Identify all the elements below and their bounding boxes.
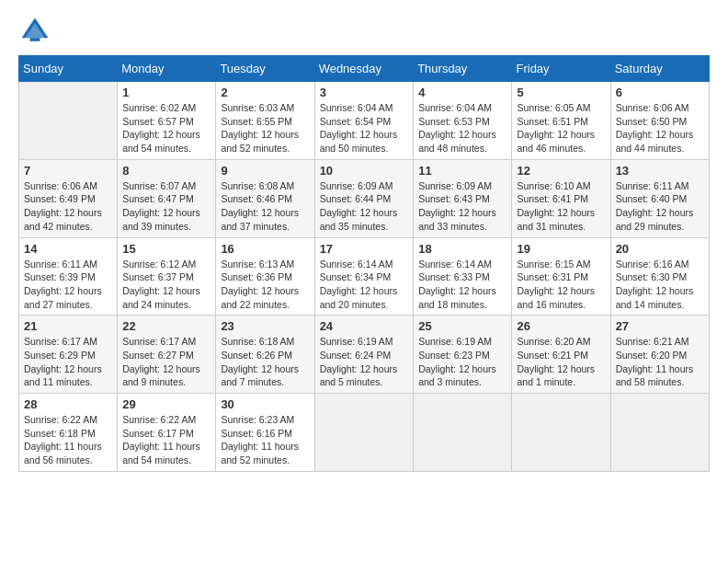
calendar-cell: 11Sunrise: 6:09 AMSunset: 6:43 PMDayligh… [414, 159, 512, 237]
calendar-cell: 19Sunrise: 6:15 AMSunset: 6:31 PMDayligh… [512, 237, 610, 316]
calendar-week-row: 21Sunrise: 6:17 AMSunset: 6:29 PMDayligh… [19, 316, 710, 394]
day-info: Sunrise: 6:19 AMSunset: 6:24 PMDaylight:… [320, 335, 409, 389]
calendar-cell [512, 394, 610, 472]
day-of-week-header: Tuesday [216, 56, 314, 82]
day-number: 2 [221, 86, 309, 99]
calendar-cell: 12Sunrise: 6:10 AMSunset: 6:41 PMDayligh… [512, 159, 610, 237]
day-info: Sunrise: 6:14 AMSunset: 6:33 PMDaylight:… [418, 258, 506, 312]
calendar-cell: 27Sunrise: 6:21 AMSunset: 6:20 PMDayligh… [610, 316, 709, 394]
day-info: Sunrise: 6:11 AMSunset: 6:40 PMDaylight:… [616, 179, 704, 234]
calendar-cell: 17Sunrise: 6:14 AMSunset: 6:34 PMDayligh… [314, 237, 414, 316]
day-number: 4 [418, 86, 506, 99]
calendar-cell: 20Sunrise: 6:16 AMSunset: 6:30 PMDayligh… [610, 237, 709, 316]
day-number: 6 [616, 86, 704, 99]
calendar-week-row: 14Sunrise: 6:11 AMSunset: 6:39 PMDayligh… [19, 237, 710, 316]
day-info: Sunrise: 6:09 AMSunset: 6:44 PMDaylight:… [320, 179, 409, 234]
day-info: Sunrise: 6:02 AMSunset: 6:57 PMDaylight:… [122, 101, 210, 155]
day-info: Sunrise: 6:23 AMSunset: 6:16 PMDaylight:… [221, 413, 309, 467]
day-number: 20 [616, 242, 704, 256]
calendar-cell: 10Sunrise: 6:09 AMSunset: 6:44 PMDayligh… [314, 159, 414, 237]
day-number: 28 [24, 397, 112, 411]
day-number: 24 [320, 319, 409, 333]
day-info: Sunrise: 6:15 AMSunset: 6:31 PMDaylight:… [517, 258, 605, 312]
calendar-cell: 18Sunrise: 6:14 AMSunset: 6:33 PMDayligh… [414, 237, 512, 316]
calendar-cell: 7Sunrise: 6:06 AMSunset: 6:49 PMDaylight… [19, 159, 118, 237]
day-info: Sunrise: 6:11 AMSunset: 6:39 PMDaylight:… [24, 258, 112, 312]
calendar-cell: 2Sunrise: 6:03 AMSunset: 6:55 PMDaylight… [216, 82, 314, 160]
day-info: Sunrise: 6:19 AMSunset: 6:23 PMDaylight:… [418, 335, 506, 389]
calendar-cell: 24Sunrise: 6:19 AMSunset: 6:24 PMDayligh… [314, 316, 414, 394]
calendar-cell: 3Sunrise: 6:04 AMSunset: 6:54 PMDaylight… [314, 82, 414, 160]
calendar-cell: 30Sunrise: 6:23 AMSunset: 6:16 PMDayligh… [216, 394, 314, 472]
day-number: 26 [517, 319, 605, 333]
day-info: Sunrise: 6:14 AMSunset: 6:34 PMDaylight:… [320, 258, 409, 312]
day-number: 16 [221, 242, 309, 256]
day-info: Sunrise: 6:21 AMSunset: 6:20 PMDaylight:… [616, 335, 704, 389]
calendar-cell: 14Sunrise: 6:11 AMSunset: 6:39 PMDayligh… [19, 237, 118, 316]
calendar-cell [314, 394, 414, 472]
day-info: Sunrise: 6:22 AMSunset: 6:18 PMDaylight:… [24, 413, 112, 467]
svg-rect-2 [30, 38, 40, 41]
day-info: Sunrise: 6:08 AMSunset: 6:46 PMDaylight:… [221, 179, 309, 234]
day-number: 21 [24, 319, 112, 333]
day-number: 10 [320, 164, 409, 178]
day-info: Sunrise: 6:16 AMSunset: 6:30 PMDaylight:… [616, 258, 704, 312]
day-number: 15 [122, 242, 210, 256]
day-number: 29 [122, 397, 210, 411]
calendar-cell: 25Sunrise: 6:19 AMSunset: 6:23 PMDayligh… [414, 316, 512, 394]
day-of-week-header: Saturday [610, 56, 709, 82]
day-info: Sunrise: 6:04 AMSunset: 6:54 PMDaylight:… [320, 101, 409, 155]
day-number: 12 [517, 164, 605, 178]
day-of-week-header: Thursday [414, 56, 512, 82]
day-info: Sunrise: 6:06 AMSunset: 6:49 PMDaylight:… [24, 179, 112, 234]
logo-icon [18, 15, 51, 48]
day-number: 27 [616, 319, 704, 333]
day-number: 23 [221, 319, 309, 333]
day-number: 13 [616, 164, 704, 178]
calendar-cell: 8Sunrise: 6:07 AMSunset: 6:47 PMDaylight… [118, 159, 216, 237]
day-info: Sunrise: 6:09 AMSunset: 6:43 PMDaylight:… [418, 179, 506, 234]
calendar-cell: 15Sunrise: 6:12 AMSunset: 6:37 PMDayligh… [118, 237, 216, 316]
calendar-header-row: SundayMondayTuesdayWednesdayThursdayFrid… [19, 56, 710, 82]
calendar-cell: 21Sunrise: 6:17 AMSunset: 6:29 PMDayligh… [19, 316, 118, 394]
calendar-cell: 23Sunrise: 6:18 AMSunset: 6:26 PMDayligh… [216, 316, 314, 394]
calendar-week-row: 28Sunrise: 6:22 AMSunset: 6:18 PMDayligh… [19, 394, 710, 472]
day-number: 7 [24, 164, 112, 178]
calendar-cell: 28Sunrise: 6:22 AMSunset: 6:18 PMDayligh… [19, 394, 118, 472]
day-number: 11 [418, 164, 506, 178]
calendar-cell: 16Sunrise: 6:13 AMSunset: 6:36 PMDayligh… [216, 237, 314, 316]
calendar-cell: 13Sunrise: 6:11 AMSunset: 6:40 PMDayligh… [610, 159, 709, 237]
day-number: 22 [122, 319, 210, 333]
calendar-week-row: 7Sunrise: 6:06 AMSunset: 6:49 PMDaylight… [19, 159, 710, 237]
day-info: Sunrise: 6:07 AMSunset: 6:47 PMDaylight:… [122, 179, 210, 234]
day-info: Sunrise: 6:20 AMSunset: 6:21 PMDaylight:… [517, 335, 605, 389]
day-info: Sunrise: 6:18 AMSunset: 6:26 PMDaylight:… [221, 335, 309, 389]
day-number: 30 [221, 397, 309, 411]
day-number: 18 [418, 242, 506, 256]
day-number: 5 [517, 86, 605, 99]
day-number: 14 [24, 242, 112, 256]
day-info: Sunrise: 6:22 AMSunset: 6:17 PMDaylight:… [122, 413, 210, 467]
day-number: 1 [122, 86, 210, 99]
day-number: 8 [122, 164, 210, 178]
logo [18, 15, 55, 48]
day-number: 17 [320, 242, 409, 256]
day-info: Sunrise: 6:05 AMSunset: 6:51 PMDaylight:… [517, 101, 605, 155]
calendar-week-row: 1Sunrise: 6:02 AMSunset: 6:57 PMDaylight… [19, 82, 710, 160]
day-number: 3 [320, 86, 409, 99]
day-info: Sunrise: 6:12 AMSunset: 6:37 PMDaylight:… [122, 258, 210, 312]
calendar-cell: 22Sunrise: 6:17 AMSunset: 6:27 PMDayligh… [118, 316, 216, 394]
calendar-cell [19, 82, 118, 160]
calendar-cell: 1Sunrise: 6:02 AMSunset: 6:57 PMDaylight… [118, 82, 216, 160]
day-number: 25 [418, 319, 506, 333]
day-of-week-header: Wednesday [314, 56, 414, 82]
day-number: 9 [221, 164, 309, 178]
day-info: Sunrise: 6:04 AMSunset: 6:53 PMDaylight:… [418, 101, 506, 155]
calendar-cell: 9Sunrise: 6:08 AMSunset: 6:46 PMDaylight… [216, 159, 314, 237]
calendar-cell: 29Sunrise: 6:22 AMSunset: 6:17 PMDayligh… [118, 394, 216, 472]
calendar-cell: 5Sunrise: 6:05 AMSunset: 6:51 PMDaylight… [512, 82, 610, 160]
calendar-table: SundayMondayTuesdayWednesdayThursdayFrid… [18, 55, 710, 472]
day-info: Sunrise: 6:17 AMSunset: 6:29 PMDaylight:… [24, 335, 112, 389]
day-of-week-header: Sunday [19, 56, 118, 82]
calendar-cell [414, 394, 512, 472]
